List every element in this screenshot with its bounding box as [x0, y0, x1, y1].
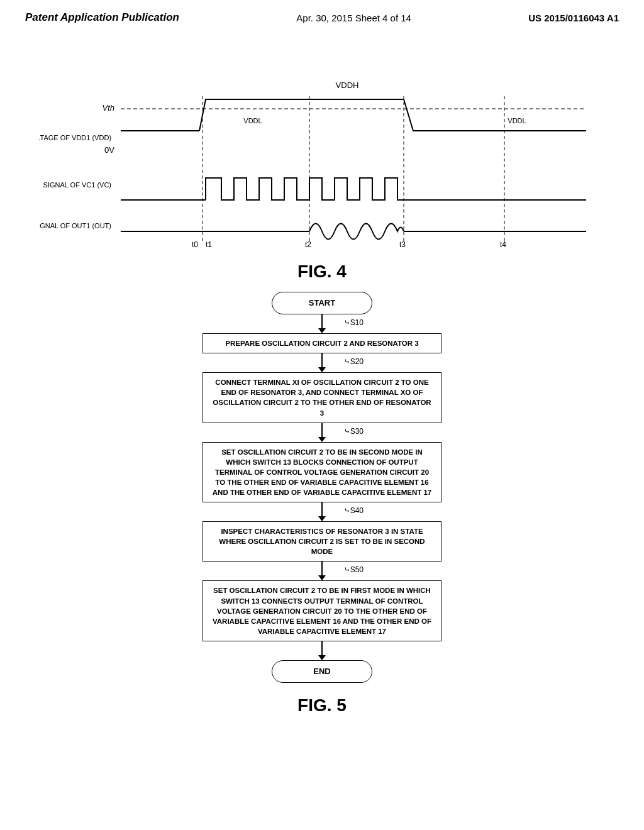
s10-tag: ⤷S10 — [344, 318, 364, 327]
s30-tag: ⤷S30 — [344, 427, 364, 436]
s40-box: INSPECT CHARACTERISTICS OF RESONATOR 3 I… — [203, 521, 441, 562]
arrow-s20-s30: ⤷S30 — [318, 423, 326, 442]
fig5-flowchart: START ⤷S10 PREPARE OSCILLATION CIRCUIT 2… — [0, 292, 644, 726]
arrow-start-s10: ⤷S10 — [318, 314, 326, 333]
s10-box: PREPARE OSCILLATION CIRCUIT 2 AND RESONA… — [203, 333, 441, 353]
vc-signal-label: SIGNAL OF VC1 (VC) — [43, 181, 111, 189]
fig4-label: FIG. 4 — [25, 262, 619, 282]
patent-number: US 2015/0116043 A1 — [528, 11, 619, 23]
out-signal-label: SIGNAL OF OUT1 (OUT) — [39, 222, 111, 230]
t1-label: t1 — [206, 240, 212, 249]
t4-label: t4 — [500, 240, 506, 249]
waveform-svg: Vth VOLTAGE OF VDD1 (VDD) 0V SIGNAL OF V… — [39, 43, 605, 257]
voltage-label-1: VOLTAGE OF VDD1 (VDD) — [39, 134, 111, 141]
arrow-s40-s50: ⤷S50 — [318, 562, 326, 580]
s50-tag: ⤷S50 — [344, 565, 364, 574]
arrow-s50-end — [318, 641, 326, 660]
s20-step: CONNECT TERMINAL XI OF OSCILLATION CIRCU… — [203, 372, 441, 423]
t0-label: t0 — [192, 240, 198, 249]
arrow-s30-s40: ⤷S40 — [318, 502, 326, 521]
s40-step: INSPECT CHARACTERISTICS OF RESONATOR 3 I… — [203, 521, 441, 562]
fig4-diagram: Vth VOLTAGE OF VDD1 (VDD) 0V SIGNAL OF V… — [0, 30, 644, 282]
vth-label: Vth — [102, 103, 114, 113]
start-node: START — [272, 292, 372, 314]
end-node: END — [272, 660, 372, 683]
t3-label: t3 — [399, 240, 406, 249]
s20-tag: ⤷S20 — [344, 357, 364, 366]
s30-step: SET OSCILLATION CIRCUIT 2 TO BE IN SECON… — [203, 442, 441, 502]
vc-pulse-train — [206, 178, 404, 200]
sheet-info: Apr. 30, 2015 Sheet 4 of 14 — [296, 11, 411, 23]
page-header: Patent Application Publication Apr. 30, … — [0, 0, 644, 30]
vdd-waveform-high — [199, 99, 404, 131]
vddl-left-label: VDDL — [243, 117, 262, 124]
zero-v-label: 0V — [104, 145, 114, 155]
end-box: END — [272, 660, 372, 683]
vdd-waveform-right — [404, 99, 586, 131]
vddl-right-label: VDDL — [508, 117, 526, 124]
out-oscillation — [309, 224, 404, 240]
s40-tag: ⤷S40 — [344, 506, 364, 515]
publication-label: Patent Application Publication — [25, 11, 179, 24]
s50-box: SET OSCILLATION CIRCUIT 2 TO BE IN FIRST… — [203, 580, 441, 641]
arrow-s10-s20: ⤷S20 — [318, 353, 326, 372]
s30-box: SET OSCILLATION CIRCUIT 2 TO BE IN SECON… — [203, 442, 441, 502]
fig5-label: FIG. 5 — [297, 695, 347, 716]
s10-step: PREPARE OSCILLATION CIRCUIT 2 AND RESONA… — [203, 333, 441, 353]
start-box: START — [272, 292, 372, 314]
vddh-label: VDDH — [336, 80, 359, 90]
s50-step: SET OSCILLATION CIRCUIT 2 TO BE IN FIRST… — [203, 580, 441, 641]
t2-label: t2 — [305, 240, 311, 249]
s20-box: CONNECT TERMINAL XI OF OSCILLATION CIRCU… — [203, 372, 441, 423]
